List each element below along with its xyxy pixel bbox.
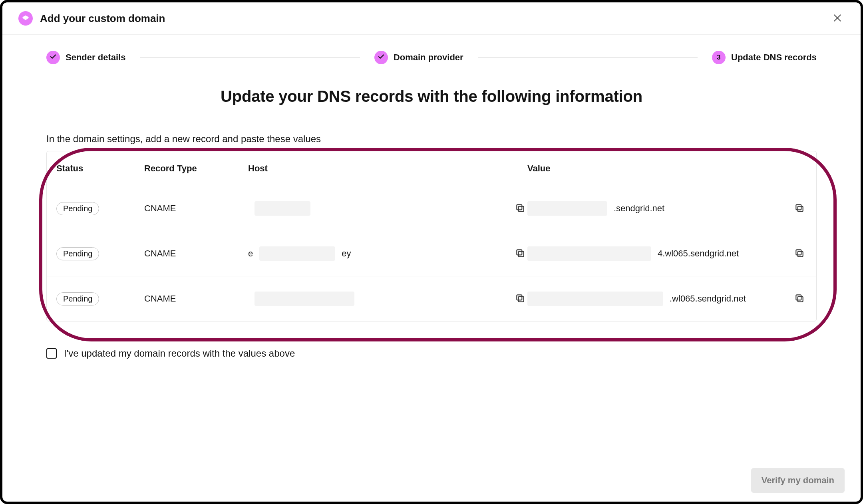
col-host: Host (248, 163, 527, 174)
value-cell: .wl065.sendgrid.net (527, 292, 807, 306)
table-row: Pending CNAME (47, 276, 816, 321)
step-badge-3: 3 (712, 51, 726, 64)
copy-icon (794, 203, 805, 214)
step-connector (478, 58, 698, 58)
redacted-icon (259, 246, 335, 261)
copy-value-button[interactable] (792, 292, 807, 306)
copy-icon (515, 248, 525, 260)
svg-rect-3 (796, 204, 801, 210)
copy-icon (515, 203, 525, 214)
confirm-row: I've updated my domain records with the … (46, 348, 817, 359)
svg-rect-1 (517, 204, 522, 210)
status-cell: Pending (56, 202, 144, 215)
status-badge: Pending (56, 202, 99, 215)
table-row: Pending CNAME e ey (47, 231, 816, 276)
host-cell (248, 201, 527, 216)
table-header-row: Status Record Type Host Value (47, 151, 816, 186)
step-update-dns: 3 Update DNS records (712, 51, 817, 64)
record-type-cell: CNAME (144, 294, 248, 304)
svg-rect-2 (798, 206, 803, 211)
status-badge: Pending (56, 247, 99, 260)
col-record-type: Record Type (144, 163, 248, 174)
value-suffix: .sendgrid.net (614, 203, 664, 214)
status-cell: Pending (56, 247, 144, 260)
check-icon (378, 53, 385, 62)
copy-icon (794, 293, 805, 305)
copy-host-button[interactable] (513, 292, 527, 306)
col-value: Value (527, 163, 807, 174)
modal-footer: Verify my domain (2, 459, 861, 502)
confirm-label[interactable]: I've updated my domain records with the … (64, 348, 295, 359)
value-suffix: .wl065.sendgrid.net (670, 294, 746, 304)
modal-title: Add your custom domain (40, 12, 165, 25)
step-sender-details: Sender details (46, 51, 125, 64)
step-label-3: Update DNS records (731, 52, 817, 63)
svg-rect-4 (519, 251, 524, 256)
svg-rect-8 (519, 296, 524, 302)
close-icon (832, 13, 843, 24)
record-type-cell: CNAME (144, 203, 248, 214)
value-cell: .sendgrid.net (527, 201, 807, 216)
stepper: Sender details Domain provider 3 Update … (2, 35, 861, 71)
step-connector (140, 58, 360, 58)
close-button[interactable] (830, 11, 845, 26)
copy-value-button[interactable] (792, 201, 807, 216)
host-cell: e ey (248, 246, 527, 261)
step-badge-2 (374, 51, 388, 64)
host-cell (248, 292, 527, 306)
status-cell: Pending (56, 292, 144, 306)
svg-rect-10 (798, 296, 803, 302)
status-badge: Pending (56, 292, 99, 306)
redacted-icon (527, 292, 663, 306)
app-logo-icon (18, 11, 33, 26)
table-area: Status Record Type Host Value Pending CN… (46, 151, 817, 321)
host-prefix: e (248, 248, 253, 259)
svg-rect-5 (517, 250, 522, 255)
step-label-1: Sender details (66, 52, 125, 63)
confirm-checkbox[interactable] (46, 348, 57, 359)
redacted-icon (255, 292, 354, 306)
modal-header: Add your custom domain (2, 2, 861, 35)
copy-icon (794, 248, 805, 260)
record-type-cell: CNAME (144, 248, 248, 259)
check-icon (50, 53, 57, 62)
redacted-icon (255, 201, 310, 216)
dns-records-table: Status Record Type Host Value Pending CN… (46, 151, 817, 321)
copy-icon (515, 293, 525, 305)
copy-host-button[interactable] (513, 246, 527, 261)
col-status: Status (56, 163, 144, 174)
redacted-icon (527, 246, 651, 261)
step-badge-1 (46, 51, 60, 64)
svg-rect-6 (798, 251, 803, 256)
copy-host-button[interactable] (513, 201, 527, 216)
header-left: Add your custom domain (18, 11, 165, 26)
modal-frame: Add your custom domain Sender details (0, 0, 863, 504)
main-content: Update your DNS records with the followi… (2, 71, 861, 459)
value-cell: 4.wl065.sendgrid.net (527, 246, 807, 261)
host-suffix: ey (342, 248, 351, 259)
svg-rect-7 (796, 250, 801, 255)
step-domain-provider: Domain provider (374, 51, 463, 64)
redacted-icon (527, 201, 607, 216)
verify-domain-button[interactable]: Verify my domain (751, 468, 845, 493)
intro-text: In the domain settings, add a new record… (46, 133, 817, 145)
svg-rect-9 (517, 295, 522, 300)
step-label-2: Domain provider (394, 52, 463, 63)
svg-rect-0 (519, 206, 524, 211)
svg-rect-11 (796, 295, 801, 300)
value-suffix: 4.wl065.sendgrid.net (658, 248, 739, 259)
table-row: Pending CNAME (47, 186, 816, 231)
copy-value-button[interactable] (792, 246, 807, 261)
page-title: Update your DNS records with the followi… (46, 87, 817, 105)
